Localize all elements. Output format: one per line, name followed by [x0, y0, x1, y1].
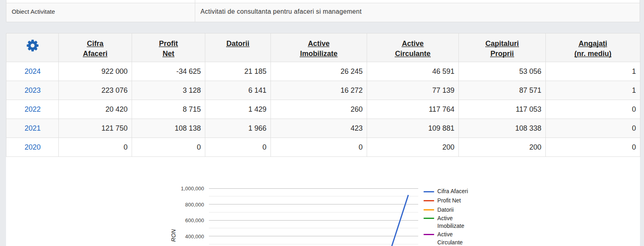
svg-text:Profit Net: Profit Net: [438, 197, 461, 204]
svg-text:Imobilizate: Imobilizate: [438, 223, 464, 229]
svg-text:Active: Active: [438, 231, 453, 238]
svg-text:RON: RON: [170, 229, 177, 242]
svg-text:400,000: 400,000: [185, 233, 204, 240]
svg-text:600,000: 600,000: [185, 217, 204, 223]
svg-text:Circulante: Circulante: [438, 239, 463, 246]
svg-text:800,000: 800,000: [185, 202, 204, 208]
svg-text:Datorii: Datorii: [438, 206, 454, 213]
svg-text:1,000,000: 1,000,000: [181, 186, 204, 192]
svg-text:Active: Active: [438, 215, 453, 221]
svg-text:Cifra Afaceri: Cifra Afaceri: [438, 188, 468, 194]
